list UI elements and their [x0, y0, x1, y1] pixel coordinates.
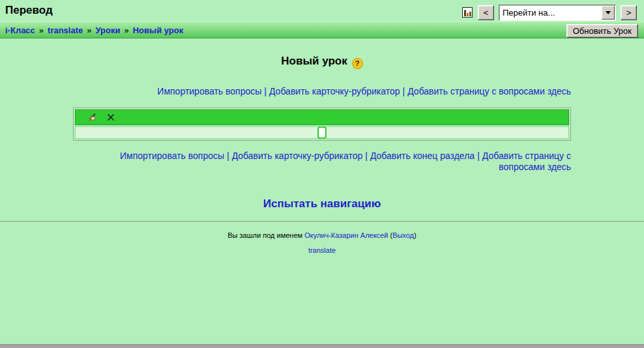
course-home-row: translate	[0, 246, 644, 254]
delete-page-icon[interactable]	[106, 112, 116, 123]
breadcrumb-separator: »	[124, 25, 128, 35]
lesson-page-header	[75, 109, 569, 125]
lesson-content-column: Импортировать вопросы|Добавить карточку-…	[73, 86, 571, 173]
links-separator: |	[477, 151, 480, 161]
add-cluster-card-link[interactable]: Добавить карточку-рубрикатор	[269, 86, 400, 96]
breadcrumb-current-lesson-link[interactable]: Новый урок	[133, 25, 183, 35]
page-title: Перевод	[5, 4, 53, 17]
links-separator: |	[403, 86, 405, 96]
links-separator: |	[365, 151, 368, 161]
add-question-page-here-link[interactable]: Добавить страницу с вопросами здесь	[407, 86, 571, 96]
jump-navigation: < Перейти на... >	[461, 5, 637, 21]
footer-divider	[0, 221, 644, 222]
breadcrumb-separator: »	[87, 25, 91, 35]
window-bottom-edge	[0, 344, 644, 348]
logged-in-prefix: Вы зашли под именем	[227, 231, 302, 239]
import-questions-link[interactable]: Импортировать вопросы	[120, 151, 224, 161]
breadcrumb-lessons-link[interactable]: Уроки	[96, 25, 121, 35]
lesson-page-content-row	[75, 126, 569, 139]
user-profile-link[interactable]: Окулич-Казарин Алексей	[304, 231, 388, 239]
check-navigation-row: Испытать навигацию	[0, 197, 644, 210]
lesson-heading-row: Новый урок?	[0, 55, 644, 69]
logout-link[interactable]: Выход	[392, 231, 414, 239]
add-page-links-bottom: Импортировать вопросы|Добавить карточку-…	[73, 151, 571, 173]
lesson-edit-page: Перевод < Перейти на... > i-Класс	[0, 0, 644, 348]
login-info: Вы зашли под именем Окулич-Казарин Алекс…	[0, 231, 644, 239]
empty-page-content-box[interactable]	[317, 126, 327, 139]
lesson-heading: Новый урок	[281, 55, 347, 67]
update-lesson-button[interactable]: Обновить Урок	[566, 24, 638, 38]
add-cluster-card-link[interactable]: Добавить карточку-рубрикатор	[232, 151, 363, 161]
paren-close: )	[414, 231, 417, 239]
help-icon[interactable]: ?	[352, 58, 363, 69]
chevron-down-icon	[606, 11, 611, 14]
grades-bar-chart-icon[interactable]	[461, 7, 473, 19]
select-dropdown-button[interactable]	[602, 6, 615, 20]
add-page-links-top: Импортировать вопросы|Добавить карточку-…	[73, 86, 571, 97]
links-separator: |	[264, 86, 267, 96]
breadcrumb: i-Класс » translate » Уроки » Новый урок…	[0, 22, 644, 38]
jump-to-select[interactable]: Перейти на...	[499, 5, 616, 21]
add-question-page-here-link[interactable]: Добавить страницу с вопросами здесь	[482, 151, 571, 172]
prev-page-button[interactable]: <	[478, 5, 494, 20]
edit-page-icon[interactable]	[87, 112, 97, 123]
add-end-of-branch-link[interactable]: Добавить конец раздела	[370, 151, 475, 161]
lesson-page-table	[73, 108, 571, 141]
course-home-link[interactable]: translate	[308, 246, 336, 254]
check-navigation-link[interactable]: Испытать навигацию	[263, 197, 381, 210]
page-header: Перевод < Перейти на... >	[0, 0, 644, 22]
next-page-button[interactable]: >	[621, 5, 637, 20]
breadcrumb-separator: »	[39, 25, 44, 35]
links-separator: |	[227, 151, 229, 161]
jump-to-selected-value: Перейти на...	[499, 8, 602, 18]
breadcrumb-course-link[interactable]: translate	[48, 25, 83, 35]
breadcrumb-site-link[interactable]: i-Класс	[5, 25, 35, 35]
import-questions-link[interactable]: Импортировать вопросы	[157, 86, 261, 96]
